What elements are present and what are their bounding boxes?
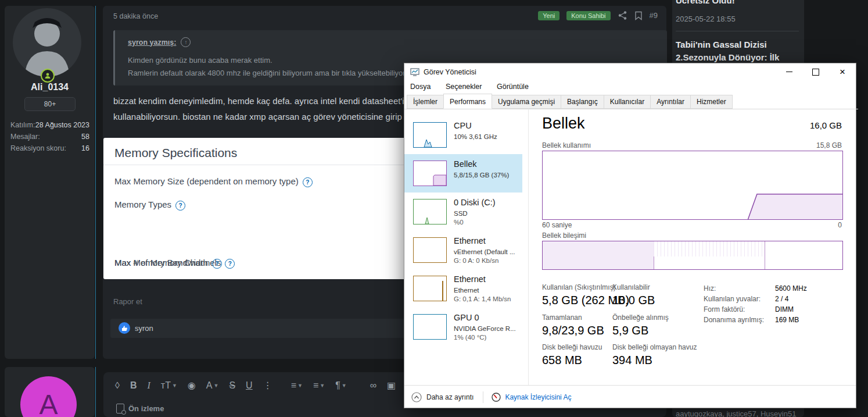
remove-format-icon[interactable]: ◊ bbox=[115, 380, 120, 391]
italic-icon[interactable]: I bbox=[147, 380, 150, 391]
memory-card-item: Max Memory Size (dependent on memory typ… bbox=[114, 176, 313, 187]
bookmark-icon[interactable] bbox=[634, 11, 643, 20]
tab-baslangic[interactable]: Başlangıç bbox=[561, 95, 604, 109]
tm-menubar: Dosya Seçenekler Görüntüle bbox=[410, 83, 541, 91]
divider-vertical bbox=[95, 367, 96, 417]
tab-kullanicilar[interactable]: Kullanıcılar bbox=[604, 95, 651, 109]
help-icon[interactable]: ? bbox=[175, 201, 185, 211]
perf-item-gpu[interactable]: GPU 0 NVIDIA GeForce R... 1% (40 °C) bbox=[404, 308, 522, 346]
maximize-button[interactable] bbox=[802, 63, 829, 80]
quote-line: Ramlerin default olarak 4800 mhz ile gel… bbox=[128, 66, 428, 80]
stat-value: 658 MB bbox=[542, 354, 582, 367]
minimize-button[interactable] bbox=[776, 63, 802, 80]
perf-item-ethernet-2[interactable]: Ethernet Ethernet G: 0,1 A: 1,4 Mb/sn bbox=[404, 269, 522, 308]
stat-label: Disk belleği olmayan havuz bbox=[612, 343, 697, 351]
post-header-actions: Yeni Konu Sahibi #9 bbox=[482, 10, 658, 20]
less-detail-button[interactable]: Daha az ayrıntı bbox=[411, 392, 474, 402]
alignment-icon[interactable]: ≡▼ bbox=[313, 380, 325, 391]
stat-value: 28 Ağustos 2023 bbox=[35, 121, 89, 129]
menu-dosya[interactable]: Dosya bbox=[410, 83, 431, 91]
reply-profile-panel: A bbox=[5, 367, 95, 417]
online-status-icon bbox=[41, 69, 55, 83]
disk-thumbnail bbox=[413, 199, 447, 224]
resource-monitor-link[interactable]: Kaynak İzleyicisini Aç bbox=[492, 393, 571, 402]
menu-goruntule[interactable]: Görüntüle bbox=[497, 83, 529, 91]
stat-label: Önbelleğe alınmış bbox=[612, 313, 669, 322]
text-color-icon[interactable]: ◉ bbox=[188, 380, 196, 391]
divider bbox=[483, 391, 483, 403]
stat-value: 9,8/23,9 GB bbox=[542, 324, 604, 337]
help-icon[interactable]: ? bbox=[225, 259, 235, 269]
sidebar-scrollbar[interactable] bbox=[528, 109, 529, 385]
avatar[interactable] bbox=[13, 8, 81, 77]
ethernet-thumbnail bbox=[413, 276, 447, 301]
perf-item-disk[interactable]: 0 Diski (C:) SSD %0 bbox=[404, 193, 522, 231]
post-timestamp[interactable]: 5 dakika önce bbox=[113, 12, 158, 20]
detail-label: Donanıma ayrılmış: bbox=[704, 316, 764, 324]
graph-time-zero: 0 bbox=[542, 221, 842, 229]
perf-item-cpu[interactable]: CPU 10% 3,61 GHz bbox=[404, 116, 522, 154]
font-family-icon[interactable]: A▼ bbox=[206, 380, 219, 391]
quote-author-link[interactable]: syron yazmış: bbox=[128, 38, 176, 47]
quote-line: Kimden gördünüz bunu acaba merak ettim. bbox=[128, 54, 272, 67]
stat-label: Tamamlanan bbox=[542, 313, 582, 322]
help-icon[interactable]: ? bbox=[212, 259, 222, 269]
memory-composition-bar bbox=[542, 241, 843, 270]
tab-performans[interactable]: Performans bbox=[443, 94, 492, 109]
menu-secenekler[interactable]: Seçenekler bbox=[446, 83, 482, 91]
report-link[interactable]: Rapor et bbox=[113, 297, 142, 306]
task-manager-window: Görev Yöneticisi × Dosya Seçenekler Görü… bbox=[404, 63, 856, 408]
tm-tabs: İşlemler Performans Uygulama geçmişi Baş… bbox=[404, 94, 858, 109]
perf-item-ethernet-1[interactable]: Ethernet vEthernet (Default ... G: 0 A: … bbox=[404, 231, 522, 269]
divider-vertical bbox=[95, 6, 96, 359]
font-size-icon[interactable]: ᴛT▼ bbox=[161, 380, 177, 391]
expand-quote-icon[interactable]: ↑ bbox=[181, 37, 191, 47]
avatar-reply[interactable]: A bbox=[20, 376, 77, 417]
stat-label: Disk belleği havuzu bbox=[542, 343, 602, 351]
stat-value: 394 MB bbox=[612, 354, 652, 367]
more-tools-icon[interactable]: ⋮ bbox=[263, 380, 272, 391]
tab-uygulama-gecmisi[interactable]: Uygulama geçmişi bbox=[492, 95, 561, 109]
perf-item-bellek[interactable]: Bellek 5,8/15,8 GB (37%) bbox=[404, 154, 522, 193]
close-button[interactable]: × bbox=[829, 63, 856, 80]
detail-value: DIMM bbox=[775, 305, 794, 313]
underline-icon[interactable]: U bbox=[246, 380, 253, 391]
cpu-thumbnail bbox=[413, 122, 447, 148]
detail-label: Hız: bbox=[704, 284, 716, 293]
tm-titlebar[interactable]: Görev Yöneticisi × bbox=[404, 63, 856, 80]
stat-label: Kullanılan (Sıkıştırılmış) bbox=[542, 283, 616, 291]
reaction-user[interactable]: syron bbox=[135, 324, 153, 333]
link-icon[interactable]: ∞ bbox=[370, 380, 376, 391]
strikethrough-icon[interactable]: S bbox=[229, 380, 235, 391]
list-icon[interactable]: ≡▼ bbox=[291, 380, 303, 391]
image-icon[interactable]: ▣ bbox=[387, 380, 396, 391]
online-users-list[interactable]: aaytugozkaya, justice57, Huseyin51 bbox=[676, 409, 804, 417]
level-badge[interactable]: 80+ bbox=[24, 97, 76, 111]
tab-hizmetler[interactable]: Hizmetler bbox=[690, 95, 733, 109]
tab-ayrintilar[interactable]: Ayrıntılar bbox=[650, 95, 691, 109]
avatar-letter: A bbox=[39, 389, 58, 417]
avatar-silhouette bbox=[13, 8, 81, 77]
gpu-thumbnail bbox=[413, 314, 447, 340]
news-title[interactable]: Ücretsiz Oldu! bbox=[676, 0, 799, 5]
memory-usage-graph bbox=[542, 151, 843, 220]
composition-segment-free bbox=[765, 241, 842, 269]
composition-label: Bellek bileşimi bbox=[542, 231, 586, 240]
help-icon[interactable]: ? bbox=[303, 177, 313, 187]
bold-icon[interactable]: B bbox=[130, 380, 137, 391]
username[interactable]: Ali_0134 bbox=[5, 82, 95, 92]
share-icon[interactable] bbox=[618, 10, 627, 20]
detail-value: 169 MB bbox=[775, 316, 799, 324]
chevron-up-circle-icon bbox=[411, 392, 422, 402]
post-number-link[interactable]: #9 bbox=[650, 11, 658, 20]
stat-value: 5,9 GB bbox=[612, 324, 648, 337]
stat-value: 58 bbox=[81, 133, 89, 141]
tab-islemler[interactable]: İşlemler bbox=[407, 95, 444, 109]
app-icon bbox=[410, 68, 419, 76]
total-memory: 16,0 GB bbox=[810, 120, 842, 130]
stat-value: 10,0 GB bbox=[612, 294, 655, 307]
paragraph-icon[interactable]: ¶▼ bbox=[335, 380, 347, 391]
resource-monitor-icon bbox=[492, 393, 501, 402]
preview-button[interactable]: Ön izleme bbox=[116, 404, 164, 414]
detail-label: Form faktörü: bbox=[704, 305, 745, 313]
